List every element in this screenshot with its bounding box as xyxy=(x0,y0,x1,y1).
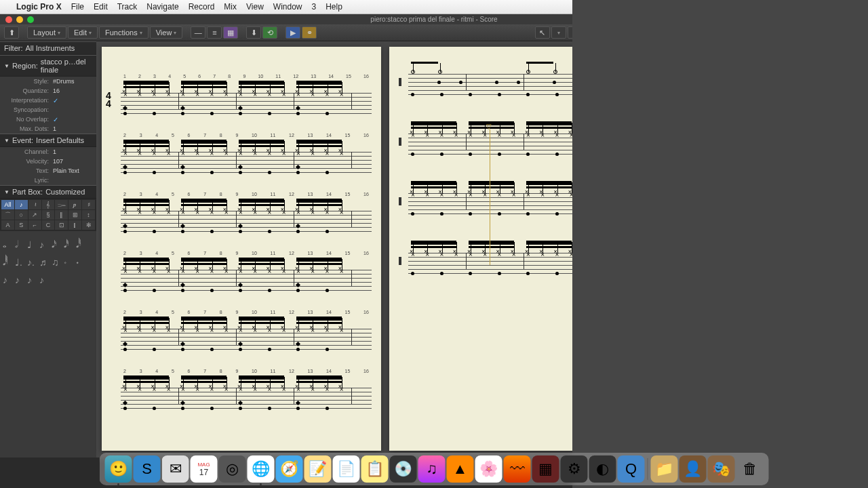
partbox-cat[interactable]: 𝆓 xyxy=(55,200,68,209)
partbox-cat[interactable]: 𝆏 xyxy=(68,200,81,209)
menu-view[interactable]: View xyxy=(246,2,264,12)
dock-mail[interactable]: ✉ xyxy=(162,455,189,483)
dock-app-y[interactable]: 🎭 xyxy=(708,455,735,483)
maximize-button[interactable] xyxy=(27,16,34,23)
menu-navigate[interactable]: Navigate xyxy=(146,2,178,12)
filter-header[interactable]: Filter: All Instruments xyxy=(0,41,96,55)
playhead[interactable] xyxy=(490,129,490,265)
dock-plugin2[interactable]: ⚙ xyxy=(561,455,588,483)
dock-safari[interactable]: 🧭 xyxy=(276,455,303,483)
dock-app-x[interactable]: 👤 xyxy=(679,455,707,483)
staff-system[interactable]: 12345678910111213141516××××××××××××××××4… xyxy=(121,93,372,119)
partbox-cat[interactable]: ○ xyxy=(15,210,28,220)
partbox-cat[interactable]: 𝄽 xyxy=(28,200,41,209)
menu-help[interactable]: Help xyxy=(326,2,342,12)
note-symbol[interactable]: 𝅘𝅥𝅰 xyxy=(64,235,73,250)
partbox-cat[interactable]: ↗ xyxy=(28,210,41,220)
dock-app[interactable]: ◎ xyxy=(219,455,246,483)
note-symbol[interactable]: ♪. xyxy=(27,253,37,268)
dock-stickies[interactable]: 📋 xyxy=(361,455,389,483)
dock-itunes[interactable]: ♫ xyxy=(418,455,446,483)
link-button[interactable]: ⚭ xyxy=(302,26,317,39)
note-symbol[interactable]: 𝆺 xyxy=(76,253,85,268)
dock-waves[interactable]: 〰 xyxy=(504,455,531,483)
event-header[interactable]: ▼ Event: Insert Defaults xyxy=(0,134,96,147)
partbox-cat[interactable]: ↕ xyxy=(82,210,95,220)
partbox-cat[interactable]: 𝄞 xyxy=(42,200,55,209)
partbox-cat[interactable]: ⫿ xyxy=(68,220,81,230)
edit-menu[interactable]: Edit▾ xyxy=(68,26,98,39)
region-header[interactable]: ▼ Region: stacco p…del finale xyxy=(0,55,96,77)
minimize-button[interactable] xyxy=(16,16,23,23)
partbox-cat[interactable]: A xyxy=(1,220,14,230)
maxdots-value[interactable]: 1 xyxy=(53,125,92,132)
note-symbol[interactable]: 𝅘𝅥𝅱 xyxy=(76,235,85,250)
dock-plugin3[interactable]: ◐ xyxy=(589,455,616,483)
note-symbol[interactable]: ♬ xyxy=(39,253,49,268)
midi-in-button[interactable]: ⬇ xyxy=(246,26,261,39)
note-symbol[interactable]: 𝅗𝅥 xyxy=(15,235,24,250)
note-symbol[interactable]: 𝅘𝅥𝅲 xyxy=(3,253,12,268)
dock-chrome[interactable]: 🌐 xyxy=(248,455,275,483)
dock-photos[interactable]: 🌸 xyxy=(475,455,502,483)
dock-trash[interactable]: 🗑 xyxy=(736,455,764,483)
wrapped-view-button[interactable]: ≡ xyxy=(207,26,222,39)
pointer-tool[interactable]: ↖ xyxy=(535,26,550,39)
partbox-cat[interactable]: S xyxy=(15,220,28,230)
note-symbol[interactable]: ♪ xyxy=(39,235,49,250)
partbox-cat[interactable]: ⊡ xyxy=(55,220,68,230)
tool-menu-1[interactable]: ▾ xyxy=(551,26,566,39)
velocity-value[interactable]: 107 xyxy=(53,158,92,165)
staff-system[interactable]: 2345678910111213141516×××××××××××××××× xyxy=(121,152,372,178)
menu-3[interactable]: 3 xyxy=(312,2,317,12)
app-name-menu[interactable]: Logic Pro X xyxy=(16,2,62,12)
functions-menu[interactable]: Functions▾ xyxy=(99,26,149,39)
disclosure-triangle-icon[interactable]: ▼ xyxy=(4,63,9,69)
catch-button[interactable]: ▶ xyxy=(285,26,300,39)
staff-system[interactable]: 2345678910111213141516×××××××××××××××× xyxy=(121,211,372,237)
menu-mix[interactable]: Mix xyxy=(224,2,237,12)
note-symbol[interactable]: ♫ xyxy=(52,253,61,268)
partbox-header[interactable]: ▼ Part Box: Customized xyxy=(0,185,96,199)
partbox-cat[interactable]: ⌐ xyxy=(28,220,41,230)
menu-track[interactable]: Track xyxy=(117,2,138,12)
partbox-cat[interactable]: ‖ xyxy=(55,210,68,220)
menu-edit[interactable]: Edit xyxy=(94,2,108,12)
note-symbol[interactable]: 𝅘𝅥𝅯 xyxy=(52,235,61,250)
note-symbol[interactable]: ♪ xyxy=(39,270,49,285)
partbox-cat[interactable]: ⊞ xyxy=(68,210,81,220)
menu-record[interactable]: Record xyxy=(189,2,215,12)
partbox-cat[interactable]: ♯ xyxy=(82,200,95,209)
quantize-value[interactable]: 16 xyxy=(53,87,92,94)
note-symbol[interactable]: ♪ xyxy=(3,270,12,285)
dock-plugin[interactable]: ▦ xyxy=(532,455,559,483)
view-menu-local[interactable]: View▾ xyxy=(150,26,183,39)
note-symbol[interactable]: ♩. xyxy=(15,253,24,268)
staff-system[interactable]: 2345678910111213141516×××××××××××××××× xyxy=(121,329,372,354)
dock-calendar[interactable]: MAG17 xyxy=(191,455,218,483)
staff-system[interactable]: 2345678910111213141516×××××××××××××××× xyxy=(121,270,372,296)
dock-vlc[interactable]: ▲ xyxy=(447,455,474,483)
hierarchy-up-button[interactable]: ⬆ xyxy=(4,26,19,39)
dock-finder[interactable]: 🙂 xyxy=(105,455,132,483)
interpretation-checkbox[interactable]: ✓ xyxy=(53,97,92,104)
note-symbol[interactable]: ♩ xyxy=(27,235,37,250)
channel-value[interactable]: 1 xyxy=(53,148,92,155)
note-symbol[interactable]: 𝅝 xyxy=(3,235,12,250)
score-page-1[interactable]: 12345678910111213141516××××××××××××××××4… xyxy=(102,47,381,451)
staff-system[interactable]: 2345678910111213141516×××××××××××××××× xyxy=(121,388,372,413)
partbox-cat[interactable]: § xyxy=(42,210,55,220)
dock-notes[interactable]: 📝 xyxy=(304,455,332,483)
layout-menu[interactable]: Layout▾ xyxy=(27,26,66,39)
overlap-checkbox[interactable]: ✓ xyxy=(53,116,92,123)
disclosure-triangle-icon[interactable]: ▼ xyxy=(4,138,9,144)
score-canvas[interactable]: 12345678910111213141516××××××××××××××××4… xyxy=(96,41,868,458)
dock-textedit[interactable]: 📄 xyxy=(333,455,360,483)
note-symbol[interactable]: ♪ xyxy=(27,270,37,285)
close-button[interactable] xyxy=(5,16,12,23)
note-symbol[interactable]: 𝆹 xyxy=(64,253,73,268)
page-view-button[interactable]: ▦ xyxy=(223,26,238,39)
partbox-cat[interactable]: ✻ xyxy=(82,220,95,230)
dock-quicktime[interactable]: Q xyxy=(618,455,645,483)
linear-view-button[interactable]: — xyxy=(191,26,205,39)
